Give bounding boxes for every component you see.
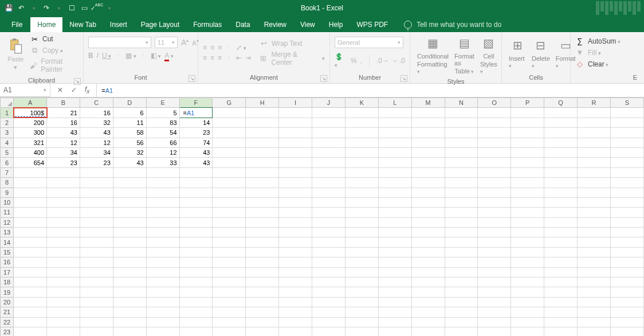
cell[interactable]	[578, 167, 611, 177]
cell[interactable]	[246, 147, 279, 157]
cell[interactable]	[511, 267, 544, 277]
cell[interactable]	[47, 317, 80, 327]
cell[interactable]	[213, 167, 246, 177]
cell[interactable]	[610, 217, 643, 227]
cell[interactable]	[146, 217, 179, 227]
cell[interactable]	[511, 208, 544, 217]
cell[interactable]	[378, 118, 411, 127]
cell[interactable]	[478, 287, 511, 297]
cell[interactable]	[610, 237, 643, 247]
cell[interactable]	[279, 287, 312, 297]
cell[interactable]	[378, 187, 411, 197]
italic-button[interactable]: I	[97, 52, 99, 60]
cell[interactable]	[445, 307, 478, 317]
row-header[interactable]: 5	[1, 147, 14, 157]
cell[interactable]	[378, 257, 411, 267]
cell[interactable]	[14, 228, 47, 237]
cell[interactable]	[445, 278, 478, 287]
cell[interactable]	[279, 178, 312, 187]
cell[interactable]	[14, 237, 47, 247]
cell[interactable]	[378, 297, 411, 307]
cell[interactable]	[179, 278, 213, 287]
cell[interactable]	[246, 278, 279, 287]
cell[interactable]	[578, 187, 611, 197]
cell[interactable]	[578, 278, 611, 287]
cell[interactable]	[80, 167, 113, 177]
column-header[interactable]: O	[478, 98, 511, 108]
cell[interactable]	[113, 187, 146, 197]
clear-button[interactable]: ◇Clear	[575, 60, 621, 69]
row-header[interactable]: 3	[1, 128, 14, 138]
cell[interactable]	[80, 327, 113, 336]
cell[interactable]	[345, 167, 378, 177]
cell[interactable]	[246, 158, 279, 167]
cell[interactable]	[378, 208, 411, 217]
cell[interactable]	[511, 307, 544, 317]
cell[interactable]	[14, 208, 47, 217]
cell[interactable]	[246, 208, 279, 217]
cell[interactable]	[279, 317, 312, 327]
enter-icon[interactable]: ✓	[71, 86, 77, 94]
cell[interactable]	[511, 297, 544, 307]
cell[interactable]	[445, 317, 478, 327]
cell[interactable]	[478, 257, 511, 267]
cell[interactable]: 300	[14, 128, 47, 138]
cell[interactable]	[511, 237, 544, 247]
cell[interactable]	[610, 118, 643, 127]
cell[interactable]	[14, 297, 47, 307]
cell[interactable]	[213, 278, 246, 287]
row-header[interactable]: 8	[1, 178, 14, 187]
cell[interactable]	[146, 317, 179, 327]
copy-button[interactable]: ⧉Copy	[30, 46, 78, 55]
align-bottom-icon[interactable]: ≡	[218, 44, 222, 52]
cell[interactable]: 83	[146, 118, 179, 127]
cell[interactable]	[610, 197, 643, 207]
cell[interactable]	[246, 327, 279, 336]
conditional-formatting-button[interactable]: ▦ Conditional Formatting	[415, 34, 451, 75]
cell[interactable]	[578, 178, 611, 187]
cell[interactable]	[279, 158, 312, 167]
cell[interactable]	[511, 217, 544, 227]
cell[interactable]: 66	[146, 138, 179, 147]
cell[interactable]	[544, 147, 578, 157]
fill-button[interactable]: ▼Fill	[575, 48, 621, 57]
cell[interactable]	[146, 297, 179, 307]
align-middle-icon[interactable]: ≡	[210, 44, 214, 52]
cell[interactable]	[578, 237, 611, 247]
cell[interactable]	[213, 178, 246, 187]
cell[interactable]	[610, 167, 643, 177]
cell[interactable]	[544, 187, 578, 197]
cell[interactable]	[478, 327, 511, 336]
number-format-combo[interactable]: General▾	[335, 37, 403, 48]
cell[interactable]	[80, 267, 113, 277]
row-header[interactable]: 16	[1, 257, 14, 267]
cell[interactable]	[578, 267, 611, 277]
new-icon[interactable]: ▭	[79, 3, 89, 13]
cell[interactable]	[80, 217, 113, 227]
font-family-combo[interactable]: ▾	[88, 37, 151, 48]
cell[interactable]	[312, 317, 345, 327]
cell[interactable]	[478, 267, 511, 277]
cell[interactable]: 54	[146, 128, 179, 138]
insert-cells-button[interactable]: ⊞Insert	[506, 37, 528, 69]
cell[interactable]	[279, 237, 312, 247]
cell[interactable]	[312, 257, 345, 267]
cell[interactable]	[478, 247, 511, 257]
cell[interactable]: 23	[80, 158, 113, 167]
cell[interactable]	[411, 217, 445, 227]
cell[interactable]	[411, 118, 445, 127]
cell[interactable]	[80, 228, 113, 237]
cell[interactable]: =A1	[179, 108, 213, 118]
cell[interactable]	[578, 317, 611, 327]
cell[interactable]	[146, 197, 179, 207]
cell[interactable]	[279, 217, 312, 227]
cell[interactable]: 32	[113, 147, 146, 157]
column-header[interactable]: B	[47, 98, 80, 108]
cell[interactable]	[511, 317, 544, 327]
tab-formulas[interactable]: Formulas	[186, 17, 229, 32]
cell[interactable]	[213, 197, 246, 207]
cell[interactable]	[146, 327, 179, 336]
cell[interactable]	[246, 267, 279, 277]
cell[interactable]	[445, 208, 478, 217]
cell[interactable]	[146, 178, 179, 187]
